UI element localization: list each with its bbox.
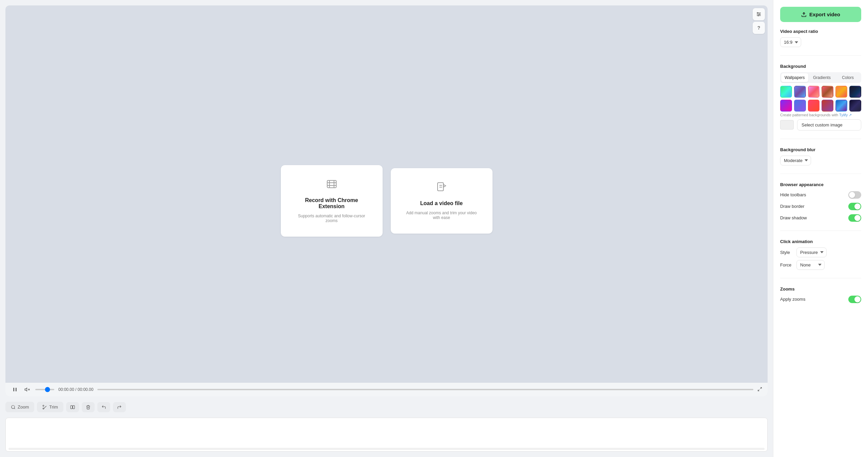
select-custom-image-button[interactable]: Select custom image: [797, 119, 861, 131]
wallpaper-9[interactable]: [808, 100, 820, 112]
svg-rect-27: [73, 405, 74, 409]
style-select[interactable]: None Pressure Ripple: [796, 247, 827, 257]
aspect-ratio-label: Video aspect ratio: [780, 29, 861, 34]
apply-zooms-toggle[interactable]: [848, 296, 861, 303]
help-icon: ?: [757, 25, 760, 31]
wallpaper-grid: [780, 86, 861, 112]
controls-bar: Zoom Trim: [5, 400, 768, 414]
svg-point-4: [759, 14, 760, 15]
svg-point-24: [43, 405, 44, 406]
expand-button[interactable]: [757, 387, 762, 393]
volume-button[interactable]: [23, 385, 31, 394]
draw-border-label: Draw border: [780, 204, 805, 209]
record-card-desc: Supports automatic and follow-cursor zoo…: [293, 214, 370, 223]
divider-3: [780, 174, 861, 174]
playback-bar: 00:00.00 / 00:00.00: [5, 383, 768, 396]
wallpaper-8[interactable]: [794, 100, 806, 112]
hide-toolbars-row: Hide toolbars: [780, 191, 861, 199]
trim-button[interactable]: Trim: [37, 402, 63, 412]
settings-icon-btn[interactable]: [753, 8, 765, 20]
film-icon: [326, 179, 337, 192]
tab-wallpapers[interactable]: Wallpapers: [781, 73, 808, 82]
background-blur-select[interactable]: None Light Moderate Heavy: [780, 156, 811, 165]
zoom-button[interactable]: Zoom: [5, 402, 34, 412]
custom-image-row: Select custom image: [780, 119, 861, 131]
wallpaper-1[interactable]: [780, 86, 792, 98]
tylify-link[interactable]: Tylify ↗: [839, 113, 852, 117]
draw-shadow-row: Draw shadow: [780, 214, 861, 222]
wallpaper-12[interactable]: [849, 100, 861, 112]
sidebar: Export video Video aspect ratio 16:9 9:1…: [773, 0, 868, 457]
load-video-card-desc: Add manual zooms and trim your video wit…: [403, 211, 480, 220]
split-button[interactable]: [66, 402, 79, 412]
svg-rect-11: [438, 183, 443, 191]
divider-5: [780, 278, 861, 278]
browser-appearance-label: Browser appearance: [780, 182, 861, 187]
record-card-title: Record with Chrome Extension: [293, 197, 370, 210]
background-blur-label: Background blur: [780, 147, 861, 152]
custom-image-preview: [780, 120, 794, 130]
delete-button[interactable]: [82, 402, 95, 412]
timeline-area[interactable]: [5, 418, 768, 452]
progress-track[interactable]: [97, 389, 753, 390]
svg-point-3: [757, 13, 758, 14]
redo-button[interactable]: [113, 402, 126, 412]
cards-container: Record with Chrome Extension Supports au…: [281, 165, 493, 237]
svg-rect-26: [71, 405, 72, 409]
force-row: Force None Light Medium Heavy: [780, 260, 861, 270]
load-video-card-title: Load a video file: [420, 200, 463, 206]
hide-toolbars-label: Hide toolbars: [780, 192, 806, 197]
draw-border-toggle[interactable]: [848, 203, 861, 210]
zooms-section: Zooms Apply zooms: [780, 286, 861, 304]
undo-button[interactable]: [97, 402, 110, 412]
record-card[interactable]: Record with Chrome Extension Supports au…: [281, 165, 383, 237]
apply-zooms-label: Apply zooms: [780, 297, 805, 302]
volume-slider[interactable]: [35, 389, 54, 390]
tab-colors[interactable]: Colors: [835, 73, 860, 82]
apply-zooms-row: Apply zooms: [780, 295, 861, 304]
background-tabs: Wallpapers Gradients Colors: [780, 72, 861, 83]
wallpaper-5[interactable]: [835, 86, 847, 98]
wallpaper-10[interactable]: [822, 100, 833, 112]
divider-4: [780, 231, 861, 231]
aspect-ratio-select[interactable]: 16:9 9:16 1:1 4:3: [780, 37, 801, 47]
tab-gradients[interactable]: Gradients: [810, 73, 834, 82]
style-row: Style None Pressure Ripple: [780, 247, 861, 257]
style-label: Style: [780, 250, 794, 255]
click-animation-section: Click animation Style None Pressure Ripp…: [780, 239, 861, 270]
file-video-icon: [436, 182, 447, 195]
svg-point-21: [12, 405, 15, 408]
background-section: Background Wallpapers Gradients Colors C…: [780, 64, 861, 131]
help-icon-btn[interactable]: ?: [753, 22, 765, 34]
wallpaper-3[interactable]: [808, 86, 820, 98]
draw-shadow-toggle[interactable]: [848, 214, 861, 222]
tylify-text: Create patterned backgrounds with Tylify…: [780, 113, 861, 117]
draw-shadow-label: Draw shadow: [780, 215, 807, 220]
wallpaper-4[interactable]: [822, 86, 833, 98]
wallpaper-6[interactable]: [849, 86, 861, 98]
load-video-card[interactable]: Load a video file Add manual zooms and t…: [391, 168, 493, 234]
browser-appearance-section: Browser appearance Hide toolbars Draw bo…: [780, 182, 861, 222]
svg-line-20: [758, 390, 759, 391]
video-preview: ? Record with Chrome Extension Supports …: [5, 5, 768, 396]
hide-toolbars-toggle[interactable]: [848, 191, 861, 199]
svg-rect-14: [13, 388, 14, 392]
background-blur-section: Background blur None Light Moderate Heav…: [780, 147, 861, 165]
svg-point-5: [758, 15, 759, 16]
wallpaper-11[interactable]: [835, 100, 847, 112]
force-label: Force: [780, 262, 794, 267]
aspect-ratio-section: Video aspect ratio 16:9 9:16 1:1 4:3: [780, 29, 861, 47]
svg-line-19: [760, 387, 761, 389]
timeline-scrollbar[interactable]: [8, 448, 765, 450]
click-animation-label: Click animation: [780, 239, 861, 244]
export-video-button[interactable]: Export video: [780, 7, 861, 22]
play-pause-button[interactable]: [11, 385, 19, 394]
svg-rect-15: [16, 388, 17, 392]
wallpaper-7[interactable]: [780, 100, 792, 112]
force-select[interactable]: None Light Medium Heavy: [796, 260, 825, 270]
svg-marker-16: [25, 388, 27, 391]
zooms-label: Zooms: [780, 286, 861, 292]
draw-border-row: Draw border: [780, 202, 861, 211]
svg-rect-6: [327, 180, 336, 187]
wallpaper-2[interactable]: [794, 86, 806, 98]
